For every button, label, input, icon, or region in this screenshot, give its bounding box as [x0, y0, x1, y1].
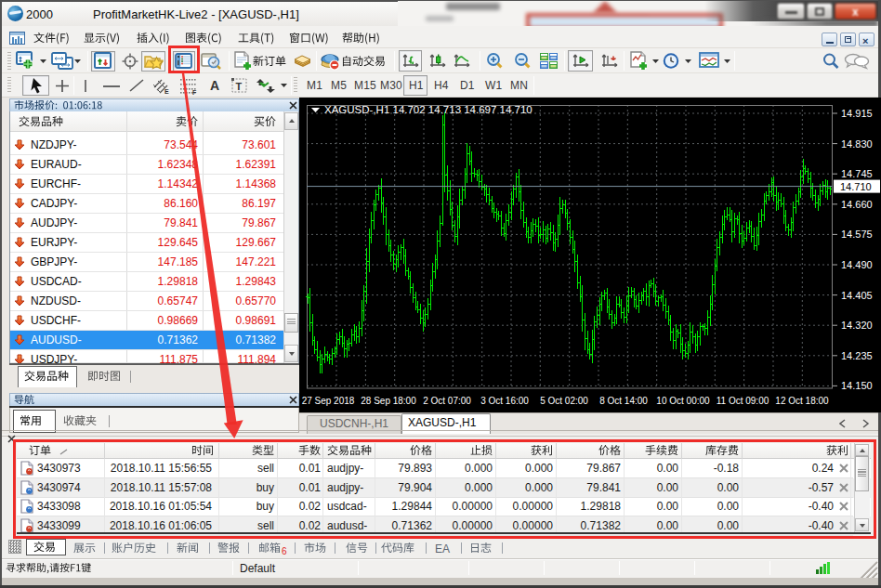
svg-text:5 Oct 02:00: 5 Oct 02:00 [540, 396, 588, 406]
svg-text:XAGUSD-,H1 14.702 14.713 14.6: XAGUSD-,H1 14.702 14.713 14.697 14.710 [324, 104, 533, 115]
svg-text:14.575: 14.575 [841, 229, 873, 240]
svg-text:11 Oct 09:00: 11 Oct 09:00 [717, 396, 769, 406]
svg-text:E: E [164, 88, 169, 95]
svg-text:14.830: 14.830 [841, 138, 873, 150]
svg-text:14.320: 14.320 [841, 320, 873, 331]
svg-text:12 Oct 18:00: 12 Oct 18:00 [775, 396, 829, 406]
svg-text:28 Sep 18:00: 28 Sep 18:00 [361, 396, 416, 406]
svg-text:14.660: 14.660 [841, 199, 873, 210]
svg-text:3 Oct 16:00: 3 Oct 16:00 [480, 396, 529, 406]
svg-text:14.405: 14.405 [841, 290, 873, 301]
svg-text:14.490: 14.490 [841, 259, 873, 270]
svg-text:8 Oct 14:00: 8 Oct 14:00 [599, 396, 648, 406]
svg-text:14.150: 14.150 [841, 380, 873, 391]
svg-text:14.745: 14.745 [841, 168, 873, 179]
svg-text:27 Sep 2018: 27 Sep 2018 [302, 396, 355, 406]
svg-text:2 Oct 07:00: 2 Oct 07:00 [423, 396, 471, 406]
svg-text:14.710: 14.710 [840, 181, 872, 192]
svg-text:10 Oct 00:00: 10 Oct 00:00 [656, 396, 710, 406]
svg-text:14.915: 14.915 [841, 108, 873, 119]
svg-text:F: F [192, 89, 197, 96]
svg-text:14.235: 14.235 [841, 350, 873, 361]
svg-text:T: T [236, 81, 243, 92]
